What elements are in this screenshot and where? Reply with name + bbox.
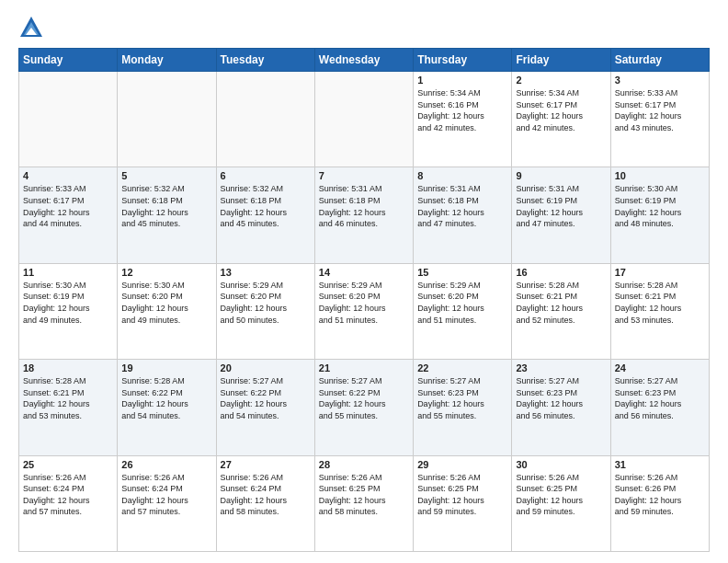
day-number: 19 xyxy=(121,362,211,373)
day-number: 4 xyxy=(23,170,113,181)
day-cell: 3Sunrise: 5:33 AM Sunset: 6:17 PM Daylig… xyxy=(610,72,709,167)
day-cell: 9Sunrise: 5:31 AM Sunset: 6:19 PM Daylig… xyxy=(512,167,610,263)
day-number: 26 xyxy=(121,459,211,470)
day-info: Sunrise: 5:30 AM Sunset: 6:19 PM Dayligh… xyxy=(23,280,113,326)
day-info: Sunrise: 5:27 AM Sunset: 6:23 PM Dayligh… xyxy=(615,375,705,421)
calendar-table: SundayMondayTuesdayWednesdayThursdayFrid… xyxy=(18,48,710,552)
header-cell-thursday: Thursday xyxy=(414,49,512,72)
day-cell: 29Sunrise: 5:26 AM Sunset: 6:25 PM Dayli… xyxy=(414,455,512,551)
day-info: Sunrise: 5:29 AM Sunset: 6:20 PM Dayligh… xyxy=(319,280,409,326)
week-row-1: 1Sunrise: 5:34 AM Sunset: 6:16 PM Daylig… xyxy=(19,72,710,167)
day-cell: 19Sunrise: 5:28 AM Sunset: 6:22 PM Dayli… xyxy=(118,360,216,455)
day-info: Sunrise: 5:26 AM Sunset: 6:24 PM Dayligh… xyxy=(221,472,311,518)
week-row-3: 11Sunrise: 5:30 AM Sunset: 6:19 PM Dayli… xyxy=(19,263,710,359)
day-number: 14 xyxy=(319,267,409,278)
day-cell: 31Sunrise: 5:26 AM Sunset: 6:26 PM Dayli… xyxy=(610,455,709,551)
header-cell-tuesday: Tuesday xyxy=(216,49,314,72)
day-info: Sunrise: 5:33 AM Sunset: 6:17 PM Dayligh… xyxy=(615,87,705,133)
day-cell: 8Sunrise: 5:31 AM Sunset: 6:18 PM Daylig… xyxy=(414,167,512,263)
calendar-header: SundayMondayTuesdayWednesdayThursdayFrid… xyxy=(19,49,710,72)
day-info: Sunrise: 5:28 AM Sunset: 6:21 PM Dayligh… xyxy=(23,375,113,421)
day-number: 1 xyxy=(417,75,507,86)
day-cell xyxy=(216,72,314,167)
day-number: 17 xyxy=(615,267,705,278)
day-info: Sunrise: 5:27 AM Sunset: 6:22 PM Dayligh… xyxy=(319,375,409,421)
day-cell: 25Sunrise: 5:26 AM Sunset: 6:24 PM Dayli… xyxy=(19,455,118,551)
day-info: Sunrise: 5:34 AM Sunset: 6:17 PM Dayligh… xyxy=(516,87,606,133)
day-cell: 17Sunrise: 5:28 AM Sunset: 6:21 PM Dayli… xyxy=(610,263,709,359)
day-number: 10 xyxy=(615,170,705,181)
day-cell: 11Sunrise: 5:30 AM Sunset: 6:19 PM Dayli… xyxy=(19,263,118,359)
day-cell: 22Sunrise: 5:27 AM Sunset: 6:23 PM Dayli… xyxy=(414,360,512,455)
day-cell: 7Sunrise: 5:31 AM Sunset: 6:18 PM Daylig… xyxy=(314,167,413,263)
day-cell: 24Sunrise: 5:27 AM Sunset: 6:23 PM Dayli… xyxy=(610,360,709,455)
day-number: 27 xyxy=(221,459,311,470)
day-info: Sunrise: 5:27 AM Sunset: 6:22 PM Dayligh… xyxy=(221,375,311,421)
day-number: 31 xyxy=(615,459,705,470)
day-cell: 20Sunrise: 5:27 AM Sunset: 6:22 PM Dayli… xyxy=(216,360,314,455)
day-info: Sunrise: 5:26 AM Sunset: 6:24 PM Dayligh… xyxy=(121,472,211,518)
week-row-4: 18Sunrise: 5:28 AM Sunset: 6:21 PM Dayli… xyxy=(19,360,710,455)
day-info: Sunrise: 5:26 AM Sunset: 6:25 PM Dayligh… xyxy=(319,472,409,518)
day-number: 15 xyxy=(417,267,507,278)
day-cell: 13Sunrise: 5:29 AM Sunset: 6:20 PM Dayli… xyxy=(216,263,314,359)
day-number: 21 xyxy=(319,362,409,373)
day-info: Sunrise: 5:31 AM Sunset: 6:18 PM Dayligh… xyxy=(417,183,507,229)
day-number: 12 xyxy=(121,267,211,278)
week-row-5: 25Sunrise: 5:26 AM Sunset: 6:24 PM Dayli… xyxy=(19,455,710,551)
header xyxy=(18,15,710,40)
day-info: Sunrise: 5:30 AM Sunset: 6:20 PM Dayligh… xyxy=(121,280,211,326)
day-cell: 27Sunrise: 5:26 AM Sunset: 6:24 PM Dayli… xyxy=(216,455,314,551)
day-number: 13 xyxy=(221,267,311,278)
day-info: Sunrise: 5:32 AM Sunset: 6:18 PM Dayligh… xyxy=(121,183,211,229)
day-number: 3 xyxy=(615,75,705,86)
logo-icon xyxy=(18,15,44,40)
day-cell: 30Sunrise: 5:26 AM Sunset: 6:25 PM Dayli… xyxy=(512,455,610,551)
day-number: 16 xyxy=(516,267,606,278)
day-info: Sunrise: 5:34 AM Sunset: 6:16 PM Dayligh… xyxy=(417,87,507,133)
day-number: 8 xyxy=(417,170,507,181)
day-info: Sunrise: 5:26 AM Sunset: 6:25 PM Dayligh… xyxy=(417,472,507,518)
header-cell-friday: Friday xyxy=(512,49,610,72)
page: SundayMondayTuesdayWednesdayThursdayFrid… xyxy=(0,0,728,563)
day-cell: 18Sunrise: 5:28 AM Sunset: 6:21 PM Dayli… xyxy=(19,360,118,455)
day-number: 7 xyxy=(319,170,409,181)
day-cell: 21Sunrise: 5:27 AM Sunset: 6:22 PM Dayli… xyxy=(314,360,413,455)
day-number: 11 xyxy=(23,267,113,278)
day-info: Sunrise: 5:27 AM Sunset: 6:23 PM Dayligh… xyxy=(417,375,507,421)
day-number: 5 xyxy=(121,170,211,181)
day-cell xyxy=(314,72,413,167)
day-info: Sunrise: 5:26 AM Sunset: 6:24 PM Dayligh… xyxy=(23,472,113,518)
day-number: 29 xyxy=(417,459,507,470)
logo xyxy=(18,15,48,40)
day-number: 18 xyxy=(23,362,113,373)
day-cell: 4Sunrise: 5:33 AM Sunset: 6:17 PM Daylig… xyxy=(19,167,118,263)
day-number: 25 xyxy=(23,459,113,470)
day-cell: 28Sunrise: 5:26 AM Sunset: 6:25 PM Dayli… xyxy=(314,455,413,551)
day-cell: 26Sunrise: 5:26 AM Sunset: 6:24 PM Dayli… xyxy=(118,455,216,551)
day-info: Sunrise: 5:28 AM Sunset: 6:22 PM Dayligh… xyxy=(121,375,211,421)
day-cell: 6Sunrise: 5:32 AM Sunset: 6:18 PM Daylig… xyxy=(216,167,314,263)
day-info: Sunrise: 5:27 AM Sunset: 6:23 PM Dayligh… xyxy=(516,375,606,421)
calendar-body: 1Sunrise: 5:34 AM Sunset: 6:16 PM Daylig… xyxy=(19,72,710,552)
day-cell: 10Sunrise: 5:30 AM Sunset: 6:19 PM Dayli… xyxy=(610,167,709,263)
header-cell-saturday: Saturday xyxy=(610,49,709,72)
day-number: 22 xyxy=(417,362,507,373)
calendar: SundayMondayTuesdayWednesdayThursdayFrid… xyxy=(18,48,710,552)
day-number: 24 xyxy=(615,362,705,373)
header-cell-wednesday: Wednesday xyxy=(314,49,413,72)
day-info: Sunrise: 5:26 AM Sunset: 6:25 PM Dayligh… xyxy=(516,472,606,518)
day-info: Sunrise: 5:29 AM Sunset: 6:20 PM Dayligh… xyxy=(221,280,311,326)
day-info: Sunrise: 5:31 AM Sunset: 6:18 PM Dayligh… xyxy=(319,183,409,229)
day-cell xyxy=(19,72,118,167)
day-number: 30 xyxy=(516,459,606,470)
day-info: Sunrise: 5:29 AM Sunset: 6:20 PM Dayligh… xyxy=(417,280,507,326)
header-row: SundayMondayTuesdayWednesdayThursdayFrid… xyxy=(19,49,710,72)
day-cell: 1Sunrise: 5:34 AM Sunset: 6:16 PM Daylig… xyxy=(414,72,512,167)
day-cell: 23Sunrise: 5:27 AM Sunset: 6:23 PM Dayli… xyxy=(512,360,610,455)
day-info: Sunrise: 5:28 AM Sunset: 6:21 PM Dayligh… xyxy=(516,280,606,326)
day-info: Sunrise: 5:26 AM Sunset: 6:26 PM Dayligh… xyxy=(615,472,705,518)
week-row-2: 4Sunrise: 5:33 AM Sunset: 6:17 PM Daylig… xyxy=(19,167,710,263)
day-number: 9 xyxy=(516,170,606,181)
header-cell-monday: Monday xyxy=(118,49,216,72)
